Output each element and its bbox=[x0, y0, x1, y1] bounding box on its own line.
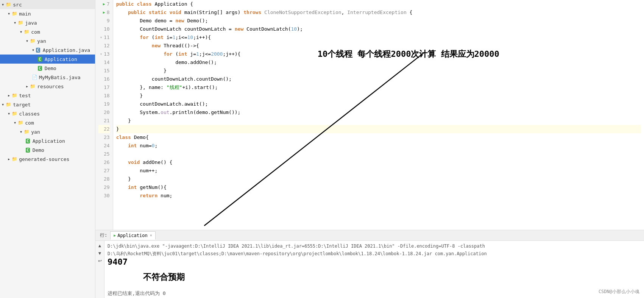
code-line-29: int getNum(){ bbox=[116, 183, 641, 192]
line-num-15: 15 bbox=[98, 67, 110, 75]
run-arrow: ▶ bbox=[103, 8, 105, 17]
tree-item-target[interactable]: ▾ 📁 target bbox=[0, 100, 95, 109]
tab-label: Application bbox=[117, 233, 147, 238]
code-line-24: int num=0; bbox=[116, 142, 641, 150]
bottom-tabs: 行: ▶ Application × bbox=[95, 230, 644, 241]
line-num-22: 22 bbox=[98, 125, 110, 133]
line-num-16: 16 bbox=[98, 75, 110, 83]
folder-icon: 📁 bbox=[12, 93, 17, 98]
line-num-26: 26 bbox=[98, 158, 110, 167]
code-line-26: void addOne() { bbox=[116, 158, 641, 167]
tab-close-button[interactable]: × bbox=[150, 233, 152, 237]
tree-label: Demo bbox=[33, 147, 44, 153]
line-num-29: 29 bbox=[98, 183, 110, 192]
tree-item-com2[interactable]: ▾ 📁 com bbox=[0, 118, 95, 127]
tree-label: classes bbox=[19, 111, 40, 117]
code-line-18: } bbox=[116, 92, 641, 100]
scroll-down-button[interactable]: ▼ bbox=[97, 250, 103, 257]
tree-item-yan[interactable]: ▾ 📁 yan bbox=[0, 36, 95, 45]
tree-item-src[interactable]: ▾ 📁 src bbox=[0, 0, 95, 9]
class-icon: C bbox=[26, 139, 30, 144]
console-command-line: D:\jdk\bin\java.exe "-javaagent:D:\Intel… bbox=[108, 242, 641, 250]
tree-item-generated[interactable]: ▸ 📁 generated-sources bbox=[0, 154, 95, 164]
code-line-28: } bbox=[116, 175, 641, 183]
line-num-27: 27 bbox=[98, 167, 110, 175]
line-num-18: 18 bbox=[98, 92, 110, 100]
tree-label: generated-sources bbox=[19, 156, 69, 162]
class-icon: C bbox=[38, 66, 42, 71]
folder-icon: 📁 bbox=[6, 2, 11, 7]
code-line-19: countDownLatch.await(); bbox=[116, 100, 641, 108]
tree-label: MyMyBatis.java bbox=[39, 75, 81, 80]
tree-item-demo[interactable]: C Demo bbox=[0, 64, 95, 73]
line-num-10: 10 bbox=[98, 25, 110, 33]
line-num-14: 14 bbox=[98, 58, 110, 67]
tree-item-test[interactable]: ▸ 📁 test bbox=[0, 91, 95, 100]
code-line-7: public class Application { bbox=[116, 0, 641, 8]
code-editor[interactable]: ▶ 7 ▶ 8 ▾ 9 10 bbox=[95, 0, 644, 230]
tree-item-classes[interactable]: ▾ 📁 classes bbox=[0, 109, 95, 118]
code-line-12: new Thread(()->{ bbox=[116, 42, 641, 50]
tree-label: Application bbox=[45, 56, 77, 62]
run-label: 行: bbox=[98, 232, 109, 239]
code-line-22: } bbox=[116, 125, 641, 133]
class-icon: C bbox=[38, 57, 42, 62]
chevron-down-icon: ▾ bbox=[26, 38, 28, 44]
tree-label: java bbox=[25, 20, 37, 26]
tree-label: Application.java bbox=[43, 47, 90, 53]
folder-icon: 📁 bbox=[6, 102, 11, 107]
chevron-down-icon: ▾ bbox=[2, 102, 4, 107]
editor-content: ▶ 7 ▶ 8 ▾ 9 10 bbox=[95, 0, 644, 230]
folder-icon: 📁 bbox=[30, 38, 36, 44]
chevron-down-icon: ▾ bbox=[8, 11, 10, 16]
chevron-right-icon: ▸ bbox=[26, 84, 28, 89]
code-line-15: } bbox=[116, 67, 641, 75]
code-line-16: countDownLatch.countDown(); bbox=[116, 75, 641, 83]
code-line-11: for (int i=1;i<=10;i++){ bbox=[116, 33, 641, 42]
chevron-down-icon: ▾ bbox=[8, 111, 10, 116]
code-line-27: num++; bbox=[116, 167, 641, 175]
tree-label: Demo bbox=[45, 66, 56, 71]
chevron-down-icon: ▾ bbox=[14, 20, 16, 25]
tree-item-resources[interactable]: ▸ 📁 resources bbox=[0, 82, 95, 91]
tree-item-yan2[interactable]: ▾ 📁 yan bbox=[0, 127, 95, 136]
tree-item-com[interactable]: ▾ 📁 com bbox=[0, 27, 95, 36]
tree-label: Application bbox=[33, 138, 65, 144]
line-num-19: 19 bbox=[98, 100, 110, 108]
tree-label: test bbox=[19, 93, 31, 98]
console-result-label: 不符合预期 bbox=[108, 266, 641, 290]
bottom-panel: 行: ▶ Application × ▲ ▼ ↩ D:\jdk\bin\java… bbox=[95, 230, 644, 298]
tree-label: com bbox=[31, 29, 40, 35]
chevron-down-icon: ▾ bbox=[14, 120, 16, 125]
line-num-30: 30 bbox=[98, 192, 110, 200]
class-icon: C bbox=[26, 148, 30, 153]
file-tree: ▾ 📁 src ▾ 📁 main ▾ 📁 java ▾ 📁 com ▾ bbox=[0, 0, 95, 298]
wrap-button[interactable]: ↩ bbox=[97, 257, 103, 264]
chevron-right-icon: ▸ bbox=[8, 93, 10, 98]
code-line-23: class Demo{ bbox=[116, 133, 641, 142]
tree-label: target bbox=[13, 102, 31, 108]
code-line-21: } bbox=[116, 117, 641, 125]
bottom-tab-application[interactable]: ▶ Application × bbox=[110, 231, 156, 240]
chevron-down-icon: ▾ bbox=[2, 2, 4, 7]
line-num-28: 28 bbox=[98, 175, 110, 183]
folder-icon: 📁 bbox=[24, 29, 30, 34]
line-num-12: 12 bbox=[98, 42, 110, 50]
code-line-8: public static void main(String[] args) t… bbox=[116, 8, 641, 17]
tree-item-java[interactable]: ▾ 📁 java bbox=[0, 18, 95, 27]
bottom-content: ▲ ▼ ↩ D:\jdk\bin\java.exe "-javaagent:D:… bbox=[95, 241, 644, 298]
tree-item-application[interactable]: C Application bbox=[0, 55, 95, 64]
folder-icon: 📁 bbox=[12, 11, 17, 16]
code-line-17: }, name: "线程"+i).start(); bbox=[116, 83, 641, 92]
run-arrow: ▶ bbox=[103, 0, 105, 8]
tree-item-app-compiled[interactable]: C Application bbox=[0, 136, 95, 145]
tree-item-main[interactable]: ▾ 📁 main bbox=[0, 9, 95, 18]
line-num-13: ▾ 13 bbox=[98, 50, 110, 58]
line-num-9: ▾ 9 bbox=[98, 17, 110, 25]
scroll-up-button[interactable]: ▲ bbox=[97, 242, 103, 249]
chevron-down-icon: ▾ bbox=[20, 29, 22, 34]
tree-item-mymybatis[interactable]: 📄 MyMyBatis.java bbox=[0, 73, 95, 82]
tree-item-demo-compiled[interactable]: C Demo bbox=[0, 145, 95, 154]
tree-label: resources bbox=[37, 84, 64, 89]
tree-item-application-java[interactable]: ▾ C Application.java bbox=[0, 45, 95, 55]
